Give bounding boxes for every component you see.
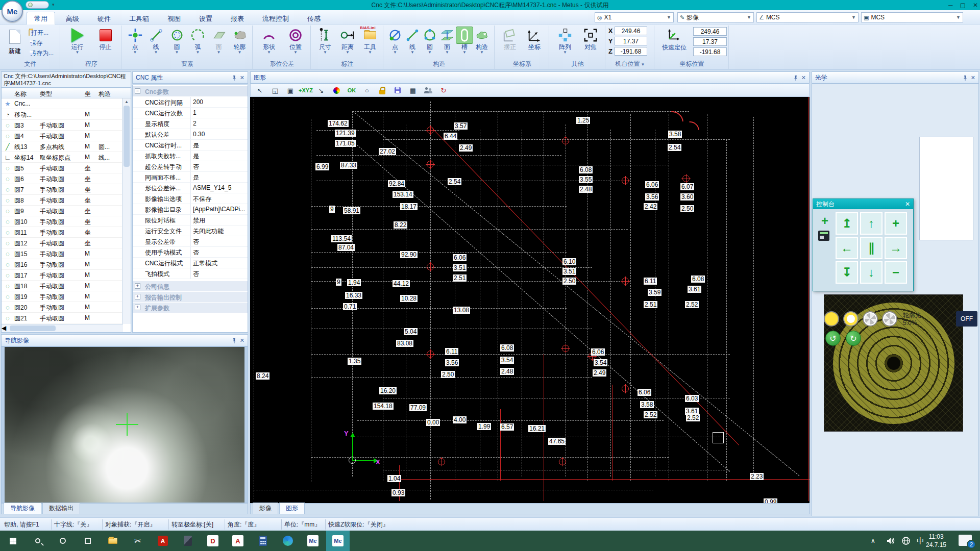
ribbon-button-摆正[interactable]: 摆正: [498, 27, 522, 51]
graphics-canvas[interactable]: 174.62121.39171.053.576.442.491.253.582.…: [250, 97, 810, 503]
scroll-left-icon[interactable]: ◀: [2, 324, 6, 332]
tree-row-圆18[interactable]: ◌ 圆18 手动取圆 M: [2, 281, 123, 291]
console-plus-button[interactable]: +: [885, 212, 907, 235]
dim-label[interactable]: 2.54: [668, 144, 681, 151]
z-axis-grid-icon[interactable]: [818, 231, 829, 241]
dim-label[interactable]: 0.93: [391, 489, 405, 496]
tree-horizontal-scrollbar[interactable]: ◀: [2, 324, 123, 332]
header-combo-3[interactable]: ▣ MCS ▼: [861, 12, 963, 22]
taskbar-icon-snip[interactable]: ✂: [126, 531, 150, 551]
dim-label[interactable]: 0.71: [343, 303, 357, 310]
dim-label[interactable]: 2.52: [685, 301, 699, 308]
ribbon-button-构造[interactable]: 构造▼: [473, 27, 491, 55]
coordinate-value-0[interactable]: 249.46: [693, 27, 727, 36]
dim-label[interactable]: 2.50: [562, 278, 576, 285]
tree-row-圆16[interactable]: ◌ 圆16 手动取圆 M: [2, 259, 123, 270]
users-icon[interactable]: [423, 86, 433, 95]
tree-row-线13[interactable]: ╱ 线13 多点构线 M 圆...: [2, 141, 123, 152]
ribbon-button-尺寸[interactable]: 尺寸▼: [314, 27, 336, 55]
prop-value[interactable]: 不保存: [193, 195, 211, 204]
dim-label[interactable]: 47.65: [548, 438, 566, 445]
machine-x-value[interactable]: 249.46: [615, 27, 647, 35]
dim-label[interactable]: 6.03: [685, 395, 699, 402]
expand-icon[interactable]: +: [135, 294, 140, 299]
chevron-down-icon[interactable]: ▼: [956, 15, 961, 20]
prop-value[interactable]: 否: [193, 163, 199, 171]
close-panel-icon[interactable]: ✕: [801, 74, 806, 81]
pin-icon[interactable]: [963, 75, 968, 81]
circle-tool-icon[interactable]: ○: [362, 86, 372, 95]
dim-label[interactable]: 6.44: [444, 133, 457, 140]
dim-label[interactable]: 6.99: [315, 163, 329, 170]
console-titlebar[interactable]: 控制台 ✕: [813, 199, 913, 209]
prop-value[interactable]: 否: [193, 248, 199, 257]
dim-label[interactable]: 6.07: [680, 183, 694, 190]
cursor-icon[interactable]: ↖: [255, 86, 265, 95]
dim-label[interactable]: 2.50: [441, 371, 455, 378]
dim-label[interactable]: 58.91: [343, 207, 360, 214]
prop-value[interactable]: 否: [193, 270, 199, 279]
prop-row-默认公差[interactable]: 默认公差0.30: [133, 129, 248, 140]
console-close-icon[interactable]: ✕: [905, 201, 910, 208]
dim-label[interactable]: 18.17: [400, 203, 418, 210]
dim-label[interactable]: 2.52: [644, 411, 657, 418]
dim-label[interactable]: 121.39: [335, 130, 356, 137]
taskbar-icon-search[interactable]: [26, 531, 50, 551]
prop-value[interactable]: 禁用: [193, 216, 205, 225]
dim-label[interactable]: 3.61: [685, 408, 699, 415]
close-button[interactable]: ✕: [973, 2, 978, 9]
dim-label[interactable]: 0.99: [764, 498, 777, 503]
ribbon-button-距离[interactable]: 距离▼: [336, 27, 359, 55]
console-up-button[interactable]: ↑: [860, 212, 883, 235]
grid-icon[interactable]: ▦: [408, 86, 418, 95]
chevron-down-icon[interactable]: ▼: [851, 15, 856, 20]
lamp-button-solid[interactable]: [824, 311, 839, 327]
tree-row-圆5[interactable]: ◌ 圆5 手动取圆 坐: [2, 163, 123, 173]
tree-vertical-scrollbar[interactable]: ▲: [122, 98, 131, 324]
prop-row-CNC运行次数[interactable]: CNC运行次数1: [133, 108, 248, 118]
prop-row-显示公差带[interactable]: 显示公差带否: [133, 236, 248, 247]
ime-indicator[interactable]: 中: [917, 531, 924, 551]
ribbon-button-圆[interactable]: 圆▼: [166, 27, 187, 55]
tree-row-圆12[interactable]: ◌ 圆12 手动取圆 坐: [2, 238, 123, 248]
ok-confirm-icon[interactable]: OK: [347, 86, 357, 95]
column-header-类型[interactable]: 类型: [40, 90, 52, 98]
dim-label[interactable]: 92.90: [400, 251, 418, 258]
tray-chevron-icon[interactable]: ∧: [871, 531, 875, 551]
prop-row-CNC运行时...[interactable]: CNC运行时...是: [133, 140, 248, 151]
dim-label[interactable]: 6.08: [500, 344, 514, 352]
dim-label[interactable]: 154.18: [373, 403, 394, 410]
close-panel-icon[interactable]: ✕: [971, 74, 975, 81]
ribbon-button-弧[interactable]: 弧▼: [187, 27, 208, 55]
dim-label[interactable]: 3.51: [453, 264, 467, 271]
console-raise-button[interactable]: ↥: [836, 212, 858, 235]
dim-label[interactable]: 2.49: [593, 369, 606, 377]
jump-to-icon[interactable]: ↘: [316, 86, 326, 95]
tree-row-圆6[interactable]: ◌ 圆6 手动取圆 坐: [2, 173, 123, 184]
nav-tab-数据输出[interactable]: 数据输出: [42, 503, 80, 514]
prop-value[interactable]: 0.30: [193, 131, 205, 138]
ribbon-button-位置[interactable]: 位置▼: [282, 27, 309, 55]
dim-label[interactable]: 2.54: [448, 178, 461, 185]
prop-value[interactable]: 是: [193, 152, 199, 161]
ribbon-button-圆[interactable]: 圆▼: [421, 27, 438, 55]
ribbon-button-线[interactable]: 线▼: [145, 27, 166, 55]
ribbon-button-停止[interactable]: 停止: [91, 27, 119, 51]
dim-label[interactable]: 3.57: [454, 122, 468, 130]
prop-value[interactable]: 否: [193, 238, 199, 246]
header-combo-2[interactable]: ∠ MCS ▼: [756, 12, 859, 22]
dim-label[interactable]: 2.48: [500, 368, 514, 375]
dim-label[interactable]: 77.09: [409, 404, 427, 411]
dim-label[interactable]: 8.22: [394, 221, 407, 229]
lamp-button-segment-2[interactable]: [882, 311, 897, 327]
taskbar-icon-pdf[interactable]: A: [151, 531, 175, 551]
dim-label[interactable]: 6.08: [579, 166, 593, 173]
dim-label[interactable]: 3.58: [668, 131, 682, 138]
taskbar-icon-metus-active[interactable]: Me: [326, 531, 350, 551]
quick-position-button[interactable]: 快速定位: [656, 27, 692, 52]
tree-row-Cnc...[interactable]: ★ Cnc...: [2, 98, 123, 109]
ribbon-button-新建[interactable]: 新建: [3, 27, 27, 56]
prop-value[interactable]: 正常模式: [193, 259, 217, 268]
prop-group-公司信息[interactable]: +公司信息: [133, 281, 248, 291]
dim-label[interactable]: 6.57: [500, 423, 514, 431]
